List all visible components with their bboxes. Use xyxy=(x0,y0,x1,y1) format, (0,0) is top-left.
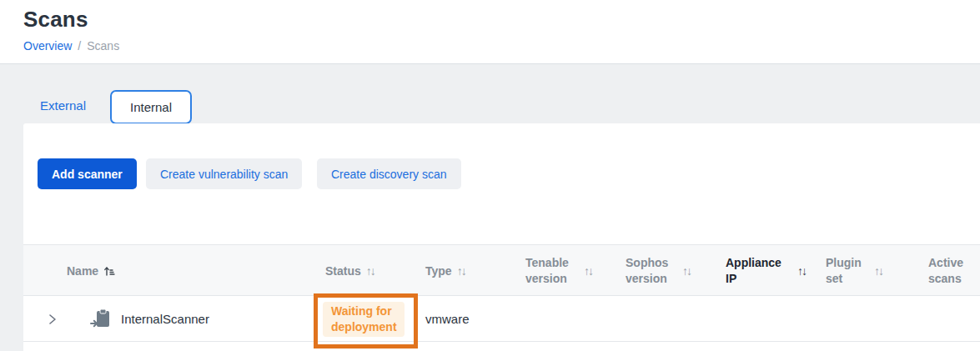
column-label: Type xyxy=(425,263,452,279)
breadcrumb-overview-link[interactable]: Overview xyxy=(23,39,72,53)
column-header-sophos-version[interactable]: Sophos version ↑↓ xyxy=(626,245,691,297)
scanner-clipboard-icon xyxy=(89,307,113,330)
column-header-status[interactable]: Status ↑↓ xyxy=(325,245,374,297)
create-vulnerability-scan-button[interactable]: Create vulnerability scan xyxy=(146,158,302,189)
column-label: Active scans xyxy=(928,255,970,287)
tab-external[interactable]: External xyxy=(40,98,86,113)
sort-both-icon[interactable]: ↑↓ xyxy=(874,263,882,279)
column-header-tenable-version[interactable]: Tenable version ↑↓ xyxy=(525,245,592,297)
expand-chevron-icon[interactable] xyxy=(41,308,64,331)
table-row[interactable]: InternalScanner vmware xyxy=(23,296,980,342)
column-header-name[interactable]: Name xyxy=(67,245,115,297)
status-badge: Waiting for deployment xyxy=(323,302,405,337)
table-header: Name Status ↑↓ Type ↑↓ Tenable version ↑… xyxy=(23,244,980,296)
tab-internal[interactable]: Internal xyxy=(110,90,192,124)
scans-page: Scans Overview / Scans External Internal… xyxy=(0,0,980,351)
page-header: Scans Overview / Scans xyxy=(0,0,980,64)
column-label: Appliance IP xyxy=(726,255,792,287)
sort-ascending-icon[interactable] xyxy=(103,265,115,277)
sort-both-icon[interactable]: ↑↓ xyxy=(366,263,374,279)
content-panel: Add scanner Create vulnerability scan Cr… xyxy=(23,123,980,351)
sort-both-icon[interactable]: ↑↓ xyxy=(584,263,592,279)
sort-both-icon[interactable]: ↑↓ xyxy=(797,263,806,279)
create-discovery-scan-button[interactable]: Create discovery scan xyxy=(317,158,461,189)
row-cell-name: InternalScanner xyxy=(121,296,209,342)
column-label: Status xyxy=(325,263,361,279)
row-cell-type: vmware xyxy=(425,296,470,342)
add-scanner-button[interactable]: Add scanner xyxy=(38,158,137,189)
page-title: Scans xyxy=(23,7,88,33)
column-label: Plugin set xyxy=(826,255,869,287)
breadcrumb-current: Scans xyxy=(87,39,119,53)
column-label: Tenable version xyxy=(525,255,579,287)
column-label: Sophos version xyxy=(626,255,677,287)
sort-both-icon[interactable]: ↑↓ xyxy=(682,263,691,279)
sort-both-icon[interactable]: ↑↓ xyxy=(457,263,465,279)
column-header-type[interactable]: Type ↑↓ xyxy=(425,245,465,297)
column-header-active-scans[interactable]: Active scans xyxy=(928,245,970,297)
breadcrumb: Overview / Scans xyxy=(23,39,119,53)
column-header-plugin-set[interactable]: Plugin set ↑↓ xyxy=(826,245,882,297)
column-header-appliance-ip[interactable]: Appliance IP ↑↓ xyxy=(726,245,806,297)
column-label: Name xyxy=(67,263,98,279)
breadcrumb-separator: / xyxy=(78,39,81,53)
